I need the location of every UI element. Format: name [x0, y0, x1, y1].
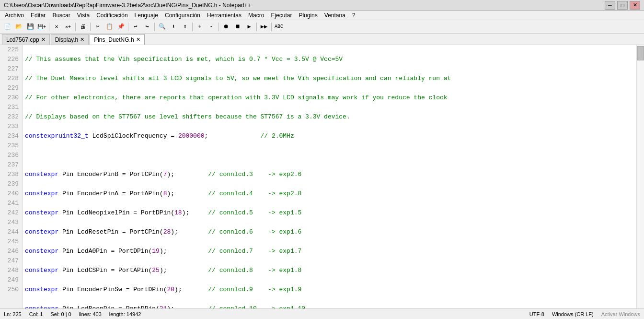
line-num-240: 240 — [2, 189, 19, 199]
open-button[interactable]: 📂 — [13, 22, 24, 32]
line-num-239: 239 — [2, 179, 19, 189]
menu-help[interactable]: ? — [349, 11, 358, 20]
code-line-232: constexpr Pin EncoderPinA = PortAPin(8);… — [25, 189, 636, 199]
sep1 — [49, 23, 49, 31]
redo-button[interactable]: ↪ — [142, 22, 152, 32]
menu-vista[interactable]: Vista — [74, 11, 92, 20]
line-num-238: 238 — [2, 170, 19, 179]
find-button[interactable]: 🔍 — [157, 22, 167, 32]
code-line-230 — [25, 151, 636, 160]
sep5 — [154, 23, 155, 31]
menu-lenguaje[interactable]: Lenguaje — [132, 11, 161, 20]
line-num-243: 243 — [2, 218, 19, 227]
tab-pins-duetng-close[interactable]: ✕ — [136, 36, 140, 43]
code-line-227: // For other electronics, there are repo… — [25, 93, 636, 103]
code-line-226: // The Duet Maestro level shifts all 3 L… — [25, 74, 636, 83]
wordwrap-button[interactable]: ABC — [274, 22, 284, 32]
tab-display[interactable]: Display.h ✕ — [51, 34, 89, 45]
code-line-233: constexpr Pin LcdNeopixelPin = PortDPin(… — [25, 208, 636, 218]
undo-button[interactable]: ↩ — [130, 22, 141, 32]
run-button[interactable]: ▶▶ — [259, 22, 269, 32]
tab-pins-duetng-label: Pins_DuetNG.h — [94, 36, 134, 43]
find-next-button[interactable]: ⬇ — [168, 22, 179, 32]
line-num-225: 225 — [2, 45, 19, 55]
code-line-235: constexpr Pin LcdA0Pin = PortDPin(19); /… — [25, 247, 636, 256]
tab-lcd7567-close[interactable]: ✕ — [41, 36, 46, 43]
line-num-235: 235 — [2, 141, 19, 151]
close-button[interactable]: ✕ — [51, 22, 62, 32]
line-num-237: 237 — [2, 160, 19, 170]
macro-play-button[interactable]: ▶ — [244, 22, 254, 32]
close-button[interactable]: ✕ — [630, 1, 640, 10]
line-num-233: 233 — [2, 122, 19, 131]
menu-macro[interactable]: Macro — [245, 11, 267, 20]
zoom-in-button[interactable]: + — [195, 22, 205, 32]
line-num-231: 231 — [2, 103, 19, 112]
menu-bar: Archivo Editar Buscar Vista Codificación… — [0, 11, 644, 20]
sep7 — [218, 23, 219, 31]
vertical-scrollbar[interactable] — [636, 45, 644, 308]
line-num-249: 249 — [2, 275, 19, 285]
tab-lcd7567[interactable]: Lcd7567.cpp ✕ — [2, 34, 50, 45]
code-line-237: constexpr Pin EncoderPinSw = PortDPin(20… — [25, 285, 636, 295]
menu-editar[interactable]: Editar — [28, 11, 48, 20]
line-num-244: 244 — [2, 227, 19, 237]
sep3 — [90, 23, 91, 31]
tab-display-label: Display.h — [55, 36, 78, 43]
status-bar: Ln: 225 Col: 1 Sel: 0 | 0 lines: 403 len… — [0, 308, 644, 319]
zoom-out-button[interactable]: - — [206, 22, 217, 32]
paste-button[interactable]: 📌 — [115, 22, 126, 32]
menu-configuracion[interactable]: Configuración — [162, 11, 203, 20]
menu-ventana[interactable]: Ventana — [322, 11, 348, 20]
status-lines: lines: 403 — [79, 311, 102, 317]
macro-stop-button[interactable]: ⏹ — [232, 22, 243, 32]
code-editor[interactable]: // This assumes that the Vih specificati… — [23, 45, 636, 308]
status-length: length: 14942 — [109, 311, 141, 317]
line-num-230: 230 — [2, 93, 19, 103]
code-line-238: constexpr Pin LcdBeepPin = PortDPin(21);… — [25, 304, 636, 308]
status-activar: Activar Windows — [601, 311, 640, 317]
line-num-227: 227 — [2, 64, 19, 74]
save-all-button[interactable]: 💾+ — [36, 22, 47, 32]
new-button[interactable]: 📄 — [2, 22, 12, 32]
tab-lcd7567-label: Lcd7567.cpp — [6, 36, 39, 43]
status-col: Col: 1 — [29, 311, 43, 317]
line-num-241: 241 — [2, 199, 19, 208]
save-button[interactable]: 💾 — [25, 22, 35, 32]
title-bar: C:\Users\Oscar\Downloads\RepRapFirmware-… — [0, 0, 644, 11]
macro-record-button[interactable]: ⏺ — [221, 22, 231, 32]
menu-herramientas[interactable]: Herramientas — [204, 11, 244, 20]
line-num-245: 245 — [2, 237, 19, 247]
sep4 — [128, 23, 128, 31]
line-num-248: 248 — [2, 266, 19, 275]
find-prev-button[interactable]: ⬆ — [180, 22, 190, 32]
tab-pins-duetng[interactable]: Pins_DuetNG.h ✕ — [90, 34, 144, 45]
menu-ejecutar[interactable]: Ejecutar — [268, 11, 295, 20]
code-line-236: constexpr Pin LcdCSPin = PortAPin(25); /… — [25, 266, 636, 275]
close-all-button[interactable]: ✕+ — [63, 22, 73, 32]
line-num-232: 232 — [2, 112, 19, 122]
tabs-bar: Lcd7567.cpp ✕ Display.h ✕ Pins_DuetNG.h … — [0, 34, 644, 45]
cut-button[interactable]: ✂ — [92, 22, 103, 32]
maximize-button[interactable]: □ — [617, 1, 628, 10]
sep8 — [256, 23, 257, 31]
status-line: Ln: 225 — [4, 311, 22, 317]
print-button[interactable]: 🖨 — [78, 22, 88, 32]
title-bar-text: C:\Users\Oscar\Downloads\RepRapFirmware-… — [4, 2, 251, 9]
minimize-button[interactable]: ─ — [605, 1, 615, 10]
line-num-228: 228 — [2, 74, 19, 83]
scrollbar-thumb[interactable] — [637, 46, 644, 60]
status-eol: Windows (CR LF) — [552, 311, 594, 317]
menu-buscar[interactable]: Buscar — [49, 11, 73, 20]
copy-button[interactable]: 📋 — [104, 22, 115, 32]
sep9 — [271, 23, 272, 31]
title-bar-controls[interactable]: ─ □ ✕ — [605, 1, 640, 10]
menu-plugins[interactable]: Plugins — [296, 11, 320, 20]
tab-display-close[interactable]: ✕ — [80, 36, 84, 43]
status-sel: Sel: 0 | 0 — [50, 311, 71, 317]
status-encoding: UTF-8 — [529, 311, 544, 317]
line-num-229: 229 — [2, 83, 19, 93]
menu-archivo[interactable]: Archivo — [2, 11, 27, 20]
toolbar: 📄 📂 💾 💾+ ✕ ✕+ 🖨 ✂ 📋 📌 ↩ ↪ 🔍 ⬇ ⬆ + - ⏺ ⏹ … — [0, 20, 644, 34]
menu-codificacion[interactable]: Codificación — [93, 11, 130, 20]
